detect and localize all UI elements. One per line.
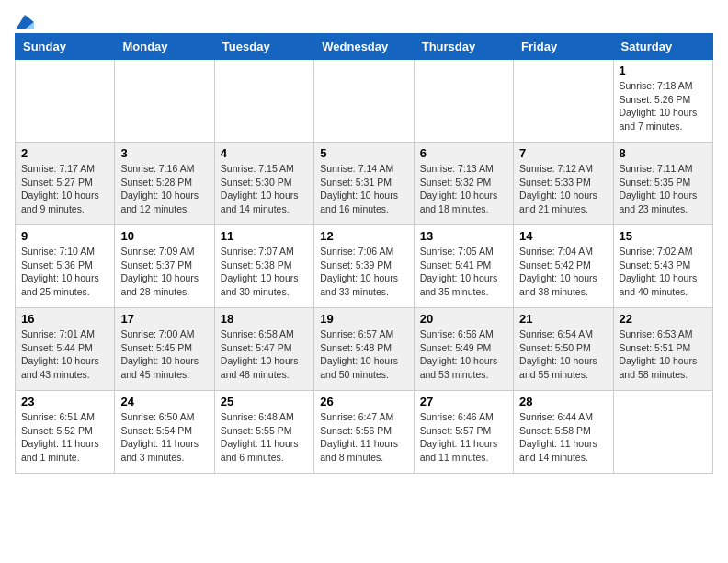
day-info: Sunrise: 6:54 AM Sunset: 5:50 PM Dayligh… xyxy=(519,327,607,382)
day-number: 16 xyxy=(21,312,108,326)
day-info: Sunrise: 7:10 AM Sunset: 5:36 PM Dayligh… xyxy=(21,245,108,299)
calendar-header-row: SundayMondayTuesdayWednesdayThursdayFrid… xyxy=(16,34,713,60)
day-number: 13 xyxy=(420,229,507,243)
calendar-week-row: 16Sunrise: 7:01 AM Sunset: 5:44 PM Dayli… xyxy=(16,308,713,391)
day-info: Sunrise: 7:15 AM Sunset: 5:30 PM Dayligh… xyxy=(221,162,308,216)
calendar-cell: 12Sunrise: 7:06 AM Sunset: 5:39 PM Dayli… xyxy=(314,225,414,308)
day-number: 27 xyxy=(420,395,507,408)
calendar-cell: 21Sunrise: 6:54 AM Sunset: 5:50 PM Dayli… xyxy=(514,308,613,391)
calendar-weekday-header: Sunday xyxy=(16,34,115,60)
logo xyxy=(15,15,35,26)
day-number: 11 xyxy=(221,229,308,243)
calendar-weekday-header: Tuesday xyxy=(214,34,313,60)
calendar-weekday-header: Friday xyxy=(514,34,613,60)
logo-icon xyxy=(16,15,34,29)
day-info: Sunrise: 6:47 AM Sunset: 5:56 PM Dayligh… xyxy=(320,410,407,465)
day-info: Sunrise: 6:50 AM Sunset: 5:54 PM Dayligh… xyxy=(120,410,208,465)
calendar-cell: 6Sunrise: 7:13 AM Sunset: 5:32 PM Daylig… xyxy=(414,143,513,225)
day-info: Sunrise: 6:51 AM Sunset: 5:52 PM Dayligh… xyxy=(21,410,108,465)
calendar-cell: 8Sunrise: 7:11 AM Sunset: 5:35 PM Daylig… xyxy=(613,143,712,225)
calendar-cell xyxy=(115,60,214,143)
day-info: Sunrise: 6:57 AM Sunset: 5:48 PM Dayligh… xyxy=(320,327,407,382)
day-number: 26 xyxy=(320,395,407,408)
calendar-week-row: 23Sunrise: 6:51 AM Sunset: 5:52 PM Dayli… xyxy=(16,391,713,474)
day-number: 9 xyxy=(21,229,108,243)
calendar-cell: 4Sunrise: 7:15 AM Sunset: 5:30 PM Daylig… xyxy=(214,143,313,225)
day-number: 5 xyxy=(320,146,407,160)
calendar-cell: 3Sunrise: 7:16 AM Sunset: 5:28 PM Daylig… xyxy=(115,143,214,225)
day-number: 22 xyxy=(620,312,707,326)
day-number: 10 xyxy=(120,229,208,243)
day-number: 8 xyxy=(620,146,707,160)
day-info: Sunrise: 6:53 AM Sunset: 5:51 PM Dayligh… xyxy=(620,327,707,382)
day-info: Sunrise: 6:56 AM Sunset: 5:49 PM Dayligh… xyxy=(420,327,507,382)
day-info: Sunrise: 6:58 AM Sunset: 5:47 PM Dayligh… xyxy=(221,327,308,382)
calendar-cell: 9Sunrise: 7:10 AM Sunset: 5:36 PM Daylig… xyxy=(16,225,115,308)
day-info: Sunrise: 6:48 AM Sunset: 5:55 PM Dayligh… xyxy=(221,410,308,465)
calendar-week-row: 9Sunrise: 7:10 AM Sunset: 5:36 PM Daylig… xyxy=(16,225,713,308)
calendar-weekday-header: Thursday xyxy=(414,34,513,60)
day-number: 6 xyxy=(420,146,507,160)
calendar-cell: 27Sunrise: 6:46 AM Sunset: 5:57 PM Dayli… xyxy=(414,391,513,474)
calendar-cell: 25Sunrise: 6:48 AM Sunset: 5:55 PM Dayli… xyxy=(214,391,313,474)
day-number: 24 xyxy=(120,395,208,408)
calendar-cell: 5Sunrise: 7:14 AM Sunset: 5:31 PM Daylig… xyxy=(314,143,414,225)
day-info: Sunrise: 7:16 AM Sunset: 5:28 PM Dayligh… xyxy=(120,162,208,216)
calendar-cell: 17Sunrise: 7:00 AM Sunset: 5:45 PM Dayli… xyxy=(115,308,214,391)
page-header xyxy=(15,15,713,26)
day-number: 19 xyxy=(320,312,407,326)
day-number: 18 xyxy=(221,312,308,326)
calendar-table: SundayMondayTuesdayWednesdayThursdayFrid… xyxy=(15,33,713,474)
calendar-cell xyxy=(214,60,313,143)
day-info: Sunrise: 7:09 AM Sunset: 5:37 PM Dayligh… xyxy=(120,245,208,299)
calendar-cell: 14Sunrise: 7:04 AM Sunset: 5:42 PM Dayli… xyxy=(514,225,613,308)
calendar-weekday-header: Wednesday xyxy=(314,34,414,60)
day-info: Sunrise: 7:06 AM Sunset: 5:39 PM Dayligh… xyxy=(320,245,407,299)
calendar-cell: 16Sunrise: 7:01 AM Sunset: 5:44 PM Dayli… xyxy=(16,308,115,391)
calendar-cell: 19Sunrise: 6:57 AM Sunset: 5:48 PM Dayli… xyxy=(314,308,414,391)
day-info: Sunrise: 7:17 AM Sunset: 5:27 PM Dayligh… xyxy=(21,162,108,216)
day-number: 14 xyxy=(519,229,607,243)
day-info: Sunrise: 7:11 AM Sunset: 5:35 PM Dayligh… xyxy=(620,162,707,216)
calendar-cell xyxy=(414,60,513,143)
calendar-cell: 7Sunrise: 7:12 AM Sunset: 5:33 PM Daylig… xyxy=(514,143,613,225)
calendar-cell: 2Sunrise: 7:17 AM Sunset: 5:27 PM Daylig… xyxy=(16,143,115,225)
calendar-cell xyxy=(314,60,414,143)
calendar-cell: 23Sunrise: 6:51 AM Sunset: 5:52 PM Dayli… xyxy=(16,391,115,474)
calendar-week-row: 1Sunrise: 7:18 AM Sunset: 5:26 PM Daylig… xyxy=(16,60,713,143)
calendar-weekday-header: Saturday xyxy=(613,34,712,60)
day-number: 25 xyxy=(221,395,308,408)
day-number: 20 xyxy=(420,312,507,326)
day-number: 17 xyxy=(120,312,208,326)
calendar-cell xyxy=(16,60,115,143)
calendar-cell: 18Sunrise: 6:58 AM Sunset: 5:47 PM Dayli… xyxy=(214,308,313,391)
day-number: 15 xyxy=(620,229,707,243)
day-info: Sunrise: 7:18 AM Sunset: 5:26 PM Dayligh… xyxy=(620,79,707,133)
calendar-weekday-header: Monday xyxy=(115,34,214,60)
day-number: 12 xyxy=(320,229,407,243)
calendar-cell: 1Sunrise: 7:18 AM Sunset: 5:26 PM Daylig… xyxy=(613,60,712,143)
day-number: 1 xyxy=(620,63,707,77)
day-number: 21 xyxy=(519,312,607,326)
day-info: Sunrise: 7:07 AM Sunset: 5:38 PM Dayligh… xyxy=(221,245,308,299)
day-number: 28 xyxy=(519,395,607,408)
day-number: 2 xyxy=(21,146,108,160)
calendar-cell: 24Sunrise: 6:50 AM Sunset: 5:54 PM Dayli… xyxy=(115,391,214,474)
day-info: Sunrise: 7:14 AM Sunset: 5:31 PM Dayligh… xyxy=(320,162,407,216)
calendar-cell: 10Sunrise: 7:09 AM Sunset: 5:37 PM Dayli… xyxy=(115,225,214,308)
day-number: 4 xyxy=(221,146,308,160)
day-info: Sunrise: 7:05 AM Sunset: 5:41 PM Dayligh… xyxy=(420,245,507,299)
calendar-week-row: 2Sunrise: 7:17 AM Sunset: 5:27 PM Daylig… xyxy=(16,143,713,225)
day-info: Sunrise: 6:46 AM Sunset: 5:57 PM Dayligh… xyxy=(420,410,507,465)
day-number: 23 xyxy=(21,395,108,408)
day-info: Sunrise: 7:01 AM Sunset: 5:44 PM Dayligh… xyxy=(21,327,108,382)
day-number: 3 xyxy=(120,146,208,160)
day-info: Sunrise: 6:44 AM Sunset: 5:58 PM Dayligh… xyxy=(519,410,607,465)
calendar-cell: 20Sunrise: 6:56 AM Sunset: 5:49 PM Dayli… xyxy=(414,308,513,391)
day-info: Sunrise: 7:13 AM Sunset: 5:32 PM Dayligh… xyxy=(420,162,507,216)
day-info: Sunrise: 7:12 AM Sunset: 5:33 PM Dayligh… xyxy=(519,162,607,216)
calendar-cell: 15Sunrise: 7:02 AM Sunset: 5:43 PM Dayli… xyxy=(613,225,712,308)
calendar-cell xyxy=(613,391,712,474)
calendar-cell: 26Sunrise: 6:47 AM Sunset: 5:56 PM Dayli… xyxy=(314,391,414,474)
calendar-cell: 22Sunrise: 6:53 AM Sunset: 5:51 PM Dayli… xyxy=(613,308,712,391)
